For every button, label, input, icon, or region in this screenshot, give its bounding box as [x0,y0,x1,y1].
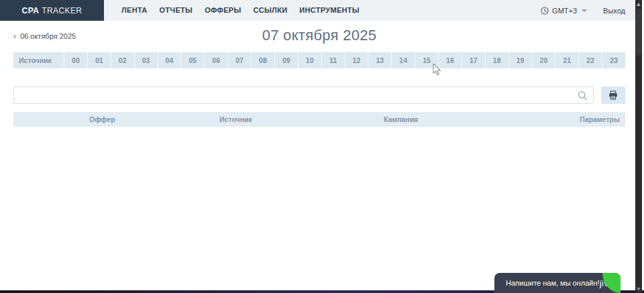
hour-cell-04[interactable]: 04 [158,52,181,68]
clock-icon [541,7,549,15]
table-header-campaign: Кампания [384,115,572,123]
table-header-row: Оффер Источник Кампания Параметры [13,112,625,127]
page-title: 07 октября 2025 [0,27,639,44]
hour-cell-16[interactable]: 16 [438,52,462,68]
date-navigation-row: 07 октября 2025 ‹ 06 октября 2025 [0,27,639,47]
hour-cell-14[interactable]: 14 [391,52,415,68]
app-screen: CPA TRACKER ЛЕНТА ОТЧЕТЫ ОФФЕРЫ ССЫЛКИ И… [0,0,644,293]
hour-cell-01[interactable]: 01 [87,52,111,68]
hour-cell-20[interactable]: 20 [532,52,555,68]
hour-cell-22[interactable]: 22 [578,52,602,68]
hour-cell-08[interactable]: 08 [251,52,274,68]
scroll-down-arrow[interactable] [635,285,642,293]
hour-cell-10[interactable]: 10 [298,52,321,68]
hour-cell-17[interactable]: 17 [462,52,485,68]
hour-cell-19[interactable]: 19 [508,52,532,68]
hour-cell-07[interactable]: 07 [227,52,251,68]
hour-cell-03[interactable]: 03 [134,52,158,68]
hour-cell-15[interactable]: 15 [415,52,438,68]
timezone-selector[interactable]: GMT+3 [541,7,587,15]
hour-cell-18[interactable]: 18 [485,52,508,68]
hour-cell-23[interactable]: 23 [602,52,625,68]
menu-item-lenta[interactable]: ЛЕНТА [115,0,153,21]
hours-header-row: Источник 00 01 02 03 04 05 06 07 08 09 1… [13,52,625,68]
menu-item-instrumenty[interactable]: ИНСТРУМЕНТЫ [293,0,366,21]
menu-item-otchety[interactable]: ОТЧЕТЫ [153,0,199,21]
table-header-offer: Оффер [89,115,219,123]
hours-source-label: Источник [13,52,64,68]
hour-cell-06[interactable]: 06 [204,52,227,68]
chevron-left-icon: ‹ [13,32,16,40]
print-icon [608,91,618,100]
brand-logo[interactable]: CPA TRACKER [0,0,104,21]
main-menu: ЛЕНТА ОТЧЕТЫ ОФФЕРЫ ССЫЛКИ ИНСТРУМЕНТЫ [115,0,366,21]
search-input[interactable] [14,87,593,103]
brand-bold-text: CPA [22,6,40,15]
prev-date-label: 06 октября 2025 [20,32,76,40]
top-navbar: CPA TRACKER ЛЕНТА ОТЧЕТЫ ОФФЕРЫ ССЫЛКИ И… [0,0,639,21]
menu-item-offery[interactable]: ОФФЕРЫ [199,0,247,21]
table-header-source: Источник [219,115,384,123]
hour-cell-12[interactable]: 12 [345,52,368,68]
hour-cell-09[interactable]: 09 [274,52,298,68]
prev-date-link[interactable]: ‹ 06 октября 2025 [13,32,76,40]
print-button[interactable] [601,86,625,104]
vertical-scrollbar[interactable] [635,0,642,293]
chat-widget[interactable]: Напишите нам, мы онлайн! jivo [494,273,621,293]
hour-cell-02[interactable]: 02 [111,52,134,68]
search-icon[interactable] [578,91,588,103]
brand-rest-text: TRACKER [42,6,82,15]
chat-message: Напишите нам, мы онлайн! [494,279,600,287]
table-header-params: Параметры [572,115,625,123]
navbar-right: GMT+3 Выход [541,0,639,21]
jivo-leaf-icon [602,273,621,293]
scrollbar-thumb[interactable] [636,9,641,56]
hour-cell-21[interactable]: 21 [555,52,578,68]
hour-cell-05[interactable]: 05 [180,52,204,68]
chevron-down-icon [582,9,587,12]
logout-button[interactable]: Выход [603,7,625,15]
search-box [13,86,594,104]
timezone-label: GMT+3 [552,7,577,15]
hour-cell-11[interactable]: 11 [321,52,345,68]
scroll-up-arrow[interactable] [635,0,642,8]
menu-item-ssylki[interactable]: ССЫЛКИ [248,0,294,21]
hour-cell-13[interactable]: 13 [368,52,391,68]
hour-cell-00[interactable]: 00 [64,52,87,68]
search-row [13,86,625,104]
